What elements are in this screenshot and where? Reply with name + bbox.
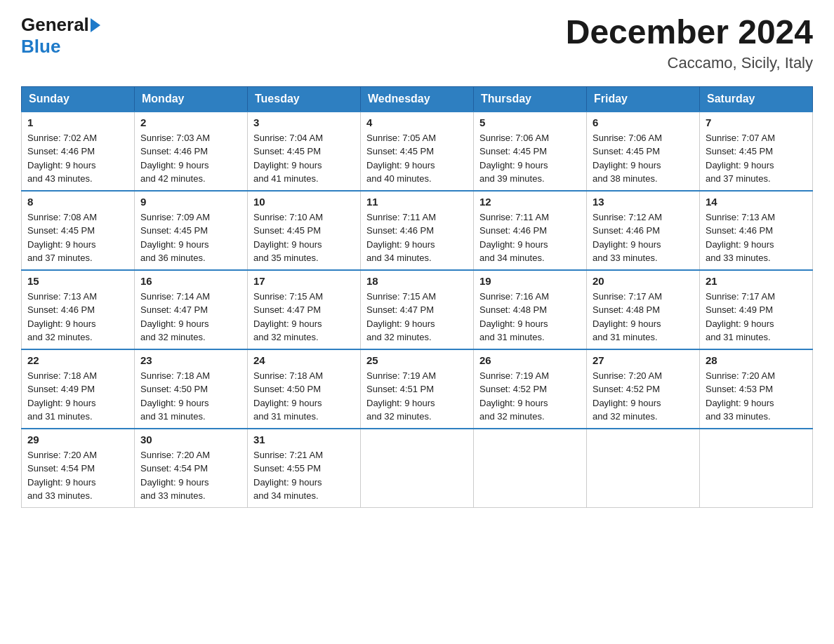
calendar-cell: 11Sunrise: 7:11 AMSunset: 4:46 PMDayligh… [361,191,474,270]
day-info: Sunrise: 7:15 AMSunset: 4:47 PMDaylight:… [366,290,468,344]
calendar-cell: 29Sunrise: 7:20 AMSunset: 4:54 PMDayligh… [22,429,135,508]
day-info: Sunrise: 7:13 AMSunset: 4:46 PMDaylight:… [706,210,807,265]
day-number: 26 [479,354,581,366]
day-info: Sunrise: 7:20 AMSunset: 4:53 PMDaylight:… [706,369,807,424]
day-number: 6 [593,116,694,128]
day-info: Sunrise: 7:21 AMSunset: 4:55 PMDaylight:… [253,448,355,503]
day-number: 19 [479,275,581,287]
day-number: 24 [253,354,355,366]
day-info: Sunrise: 7:02 AMSunset: 4:46 PMDaylight:… [27,131,128,186]
day-of-week-header: Friday [587,86,700,112]
day-number: 27 [593,354,694,366]
calendar-cell: 21Sunrise: 7:17 AMSunset: 4:49 PMDayligh… [700,270,813,349]
calendar-cell: 6Sunrise: 7:06 AMSunset: 4:45 PMDaylight… [587,112,700,191]
calendar-cell: 13Sunrise: 7:12 AMSunset: 4:46 PMDayligh… [587,191,700,270]
day-info: Sunrise: 7:19 AMSunset: 4:51 PMDaylight:… [366,369,468,424]
calendar-cell: 10Sunrise: 7:10 AMSunset: 4:45 PMDayligh… [248,191,361,270]
day-of-week-header: Saturday [700,86,813,112]
day-number: 18 [366,275,468,287]
day-info: Sunrise: 7:20 AMSunset: 4:54 PMDaylight:… [27,448,128,503]
calendar-cell: 18Sunrise: 7:15 AMSunset: 4:47 PMDayligh… [361,270,474,349]
day-info: Sunrise: 7:05 AMSunset: 4:45 PMDaylight:… [366,131,468,186]
calendar-subtitle: Caccamo, Sicily, Italy [566,54,813,72]
day-number: 29 [27,434,128,445]
day-number: 4 [366,116,468,128]
day-info: Sunrise: 7:20 AMSunset: 4:54 PMDaylight:… [140,448,241,503]
calendar-cell: 1Sunrise: 7:02 AMSunset: 4:46 PMDaylight… [22,112,135,191]
calendar-cell: 28Sunrise: 7:20 AMSunset: 4:53 PMDayligh… [700,349,813,429]
day-info: Sunrise: 7:10 AMSunset: 4:45 PMDaylight:… [253,210,355,265]
calendar-cell: 16Sunrise: 7:14 AMSunset: 4:47 PMDayligh… [135,270,248,349]
calendar-cell: 9Sunrise: 7:09 AMSunset: 4:45 PMDaylight… [135,191,248,270]
logo-general-text: General [21,14,89,36]
day-number: 30 [140,434,241,445]
page-header: General Blue December 2024 Caccamo, Sici… [21,14,813,72]
calendar-cell: 4Sunrise: 7:05 AMSunset: 4:45 PMDaylight… [361,112,474,191]
calendar-cell: 25Sunrise: 7:19 AMSunset: 4:51 PMDayligh… [361,349,474,429]
day-number: 20 [593,275,694,287]
day-number: 23 [140,354,241,366]
calendar-cell: 8Sunrise: 7:08 AMSunset: 4:45 PMDaylight… [22,191,135,270]
day-number: 12 [479,196,581,208]
day-info: Sunrise: 7:17 AMSunset: 4:48 PMDaylight:… [593,290,694,344]
day-info: Sunrise: 7:14 AMSunset: 4:47 PMDaylight:… [140,290,241,344]
day-info: Sunrise: 7:06 AMSunset: 4:45 PMDaylight:… [479,131,581,186]
calendar-cell: 20Sunrise: 7:17 AMSunset: 4:48 PMDayligh… [587,270,700,349]
day-number: 31 [253,434,355,445]
day-number: 16 [140,275,241,287]
logo-arrow-icon [91,18,100,32]
day-info: Sunrise: 7:18 AMSunset: 4:50 PMDaylight:… [140,369,241,424]
calendar-week-row: 8Sunrise: 7:08 AMSunset: 4:45 PMDaylight… [22,191,813,270]
logo: General Blue [21,14,102,58]
day-number: 13 [593,196,694,208]
calendar-cell [700,429,813,508]
calendar-cell: 27Sunrise: 7:20 AMSunset: 4:52 PMDayligh… [587,349,700,429]
day-number: 15 [27,275,128,287]
day-info: Sunrise: 7:20 AMSunset: 4:52 PMDaylight:… [593,369,694,424]
day-number: 1 [27,116,128,128]
day-number: 9 [140,196,241,208]
day-info: Sunrise: 7:18 AMSunset: 4:49 PMDaylight:… [27,369,128,424]
day-number: 14 [706,196,807,208]
calendar-cell [587,429,700,508]
calendar-cell: 7Sunrise: 7:07 AMSunset: 4:45 PMDaylight… [700,112,813,191]
day-info: Sunrise: 7:17 AMSunset: 4:49 PMDaylight:… [706,290,807,344]
calendar-cell: 5Sunrise: 7:06 AMSunset: 4:45 PMDaylight… [474,112,587,191]
calendar-title: December 2024 [566,14,813,51]
calendar-cell [474,429,587,508]
day-info: Sunrise: 7:11 AMSunset: 4:46 PMDaylight:… [366,210,468,265]
day-of-week-header: Wednesday [361,86,474,112]
calendar-cell [361,429,474,508]
day-info: Sunrise: 7:07 AMSunset: 4:45 PMDaylight:… [706,131,807,186]
day-number: 17 [253,275,355,287]
day-of-week-header: Monday [135,86,248,112]
calendar-cell: 31Sunrise: 7:21 AMSunset: 4:55 PMDayligh… [248,429,361,508]
calendar-cell: 23Sunrise: 7:18 AMSunset: 4:50 PMDayligh… [135,349,248,429]
day-number: 10 [253,196,355,208]
day-info: Sunrise: 7:13 AMSunset: 4:46 PMDaylight:… [27,290,128,344]
day-number: 3 [253,116,355,128]
day-number: 21 [706,275,807,287]
title-block: December 2024 Caccamo, Sicily, Italy [566,14,813,72]
day-info: Sunrise: 7:11 AMSunset: 4:46 PMDaylight:… [479,210,581,265]
calendar-header-row: SundayMondayTuesdayWednesdayThursdayFrid… [22,86,813,112]
calendar-cell: 19Sunrise: 7:16 AMSunset: 4:48 PMDayligh… [474,270,587,349]
calendar-cell: 3Sunrise: 7:04 AMSunset: 4:45 PMDaylight… [248,112,361,191]
day-info: Sunrise: 7:03 AMSunset: 4:46 PMDaylight:… [140,131,241,186]
day-number: 28 [706,354,807,366]
calendar-cell: 2Sunrise: 7:03 AMSunset: 4:46 PMDaylight… [135,112,248,191]
calendar-week-row: 22Sunrise: 7:18 AMSunset: 4:49 PMDayligh… [22,349,813,429]
day-info: Sunrise: 7:19 AMSunset: 4:52 PMDaylight:… [479,369,581,424]
calendar-week-row: 15Sunrise: 7:13 AMSunset: 4:46 PMDayligh… [22,270,813,349]
day-number: 22 [27,354,128,366]
day-info: Sunrise: 7:18 AMSunset: 4:50 PMDaylight:… [253,369,355,424]
day-info: Sunrise: 7:16 AMSunset: 4:48 PMDaylight:… [479,290,581,344]
day-of-week-header: Sunday [22,86,135,112]
calendar-week-row: 29Sunrise: 7:20 AMSunset: 4:54 PMDayligh… [22,429,813,508]
calendar-cell: 15Sunrise: 7:13 AMSunset: 4:46 PMDayligh… [22,270,135,349]
day-of-week-header: Thursday [474,86,587,112]
calendar-cell: 14Sunrise: 7:13 AMSunset: 4:46 PMDayligh… [700,191,813,270]
calendar-cell: 12Sunrise: 7:11 AMSunset: 4:46 PMDayligh… [474,191,587,270]
day-number: 2 [140,116,241,128]
logo-blue-text: Blue [21,36,60,57]
